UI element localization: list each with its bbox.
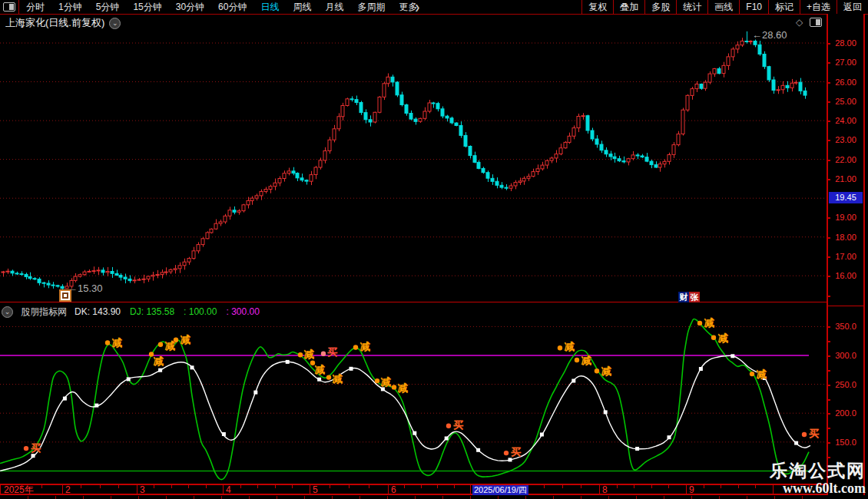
buy-marker-label: 买 [31, 442, 41, 454]
status-divider [194, 496, 194, 499]
price-label-25.00: 25.00 [828, 97, 863, 106]
week-tick [668, 485, 669, 488]
status-divider [802, 496, 803, 499]
buy-marker-label: 买 [327, 346, 337, 358]
reduce-marker-label: 减 [756, 368, 767, 380]
pane-separator [0, 302, 827, 302]
indicator-axis-tick [827, 399, 830, 401]
week-tick [330, 485, 330, 488]
buy-marker-dot [24, 446, 28, 451]
indicator-header: ⌄ 股朋指标网 DK: 143.90DJ: 135.58: 100.00: 30… [2, 306, 260, 318]
period-item-周线[interactable]: 周线 [286, 1, 318, 14]
tool-item-标记[interactable]: 标记 [768, 0, 800, 14]
month-tick [388, 485, 389, 495]
diamond-icon[interactable]: ◇ [796, 18, 803, 27]
period-item-1分钟[interactable]: 1分钟 [51, 1, 89, 14]
dk-square-marker [158, 368, 162, 372]
tool-item-F10[interactable]: F10 [739, 0, 768, 14]
tool-item-多股[interactable]: 多股 [644, 0, 676, 14]
period-item-60分钟[interactable]: 60分钟 [211, 1, 253, 14]
status-divider [664, 496, 664, 499]
indicator-values: DK: 143.90DJ: 135.58: 100.00: 300.00 [75, 306, 260, 317]
period-menu: 分时1分钟5分钟15分钟30分钟60分钟日线周线月线多周期更多❯ [19, 0, 427, 14]
reduce-marker-label: 减 [164, 340, 175, 352]
period-item-多周期[interactable]: 多周期 [350, 1, 392, 14]
dk-square-marker [317, 378, 321, 382]
tool-item-叠加[interactable]: 叠加 [613, 0, 644, 14]
tools-menu: 复权叠加多股统计画线F10标记+自选返回 [581, 0, 868, 14]
reduce-marker-label: 减 [380, 376, 391, 388]
week-tick [206, 485, 207, 488]
status-divider [221, 496, 222, 499]
period-item-15分钟[interactable]: 15分钟 [126, 1, 168, 14]
tool-item-复权[interactable]: 复权 [581, 0, 613, 14]
week-tick [562, 485, 563, 488]
panel-toggle-button[interactable] [0, 0, 19, 14]
date-box: 2025/06/19/四 [472, 485, 528, 495]
price-tick [827, 296, 830, 297]
tool-item-+自选[interactable]: +自选 [800, 0, 837, 14]
month-label-9: 9 [689, 485, 694, 495]
buy-marker-dot [802, 432, 807, 437]
price-tick [827, 121, 830, 122]
status-divider [442, 496, 443, 499]
status-divider [55, 496, 56, 499]
reduce-marker-dot [575, 358, 579, 362]
week-tick [755, 485, 756, 488]
news-badge[interactable]: 财张 [678, 292, 700, 302]
indicator-axis-label-150.0: 150.0 [828, 438, 863, 447]
tool-item-返回[interactable]: 返回 [837, 0, 868, 14]
period-item-更多[interactable]: 更多❯ [392, 1, 427, 14]
week-tick [118, 485, 119, 488]
title-chevron-icon[interactable]: ⌄ [109, 18, 121, 29]
reduce-marker-label: 减 [314, 364, 325, 375]
period-item-月线[interactable]: 月线 [318, 1, 350, 14]
status-divider [553, 496, 554, 499]
reduce-marker-dot [558, 345, 562, 350]
main-chart-canvas[interactable] [0, 29, 827, 302]
month-tick [686, 485, 687, 495]
indicator-field-3: : 300.00 [226, 306, 259, 317]
indicator-collapse-icon[interactable]: ⌄ [2, 306, 13, 318]
tool-item-统计[interactable]: 统计 [676, 0, 707, 14]
panel-toggle-icon [3, 2, 15, 12]
price-label-26.00: 26.00 [828, 78, 863, 87]
reduce-marker-dot [158, 342, 163, 347]
reduce-marker-dot [711, 335, 716, 340]
reduce-marker-dot [750, 372, 754, 376]
week-tick [581, 485, 581, 488]
buy-marker-dot [504, 451, 509, 455]
reduce-marker-label: 减 [153, 355, 164, 367]
dk-square-marker [540, 433, 544, 437]
indicator-field-2: : 100.00 [184, 306, 217, 317]
indicator-axis-tick [827, 457, 830, 458]
period-item-分时[interactable]: 分时 [19, 1, 51, 14]
status-divider [166, 496, 167, 499]
week-tick [171, 485, 172, 488]
indicator-axis-tick [827, 442, 830, 444]
news-marker-icon[interactable] [59, 289, 71, 302]
price-label-17.00: 17.00 [828, 252, 863, 261]
week-tick [81, 485, 81, 488]
status-row-clipped [0, 495, 868, 499]
indicator-canvas[interactable]: 买减减减减减减买减减减减买买减减减减减减买 [0, 304, 827, 484]
period-item-30分钟[interactable]: 30分钟 [169, 1, 211, 14]
mini-panel-icon[interactable] [810, 18, 822, 27]
price-label-28.00: 28.00 [828, 38, 863, 48]
reduce-marker-label: 减 [564, 341, 575, 352]
tool-item-画线[interactable]: 画线 [707, 0, 739, 14]
period-item-5分钟[interactable]: 5分钟 [89, 1, 127, 14]
price-tick [827, 256, 830, 258]
status-divider [747, 496, 747, 499]
buy-marker-label: 买 [809, 428, 819, 439]
reduce-marker-label: 减 [111, 337, 122, 349]
app-window: 分时1分钟5分钟15分钟30分钟60分钟日线周线月线多周期更多❯ 复权叠加多股统… [0, 0, 868, 499]
month-label-6: 6 [391, 485, 396, 495]
reduce-marker-dot [353, 345, 358, 349]
status-divider [498, 496, 499, 499]
dk-square-marker [63, 397, 67, 401]
status-divider [359, 496, 360, 499]
week-tick [721, 485, 721, 488]
period-item-日线[interactable]: 日线 [253, 1, 286, 14]
indicator-axis-tick [827, 428, 830, 429]
